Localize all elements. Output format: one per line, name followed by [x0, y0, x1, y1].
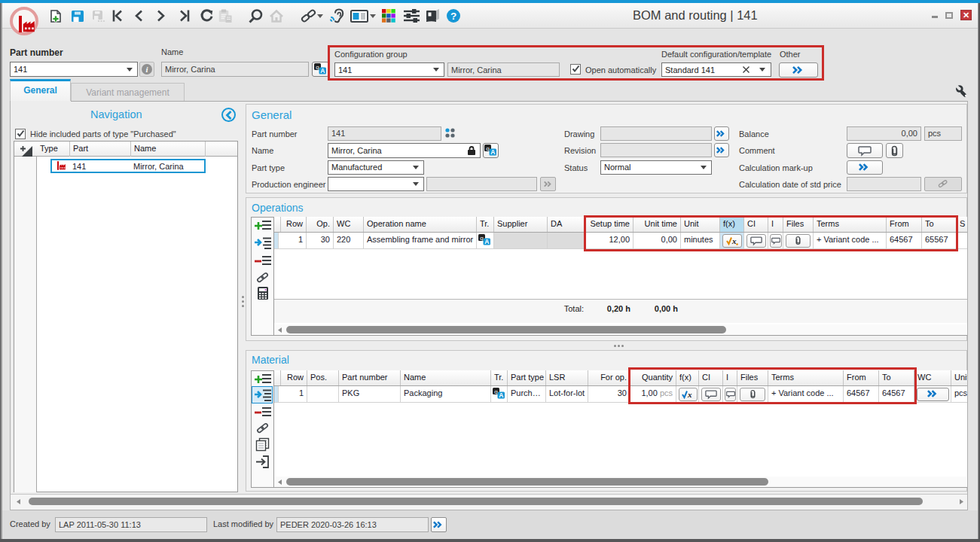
svg-text:?: ?	[450, 11, 456, 22]
svg-text:q: q	[486, 145, 489, 152]
svg-text:A: A	[320, 67, 325, 75]
svg-text:q: q	[494, 388, 497, 395]
svg-text:A: A	[484, 238, 489, 245]
svg-text:q: q	[316, 64, 319, 71]
svg-text:A: A	[499, 391, 503, 399]
svg-text:q: q	[480, 235, 483, 242]
svg-text:A: A	[490, 148, 495, 156]
